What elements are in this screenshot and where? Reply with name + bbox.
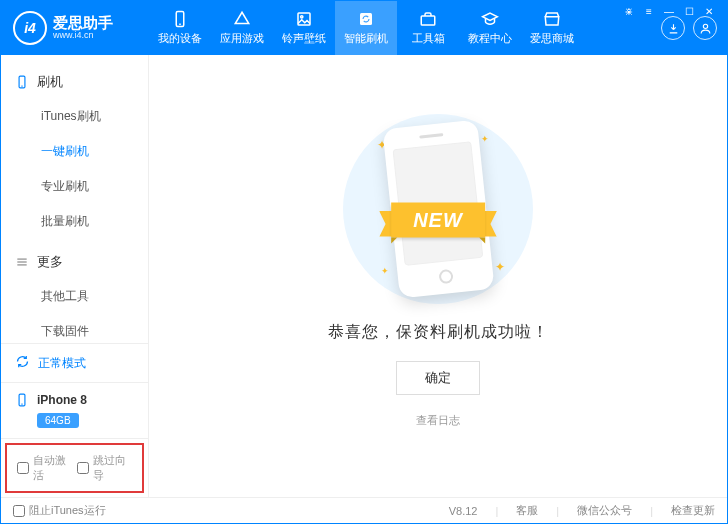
svg-rect-2	[298, 13, 310, 25]
account-button[interactable]	[693, 16, 717, 40]
phone-icon	[15, 393, 29, 407]
window-controls: ⛯ ≡ — ☐ ✕	[622, 4, 716, 18]
nav-ringtone-wallpaper[interactable]: 铃声壁纸	[273, 1, 335, 55]
nav-label: 爱思商城	[530, 31, 574, 46]
sync-icon	[357, 10, 375, 28]
user-icon	[699, 22, 712, 35]
refresh-icon	[15, 354, 30, 372]
nav-label: 智能刷机	[344, 31, 388, 46]
nav-label: 工具箱	[412, 31, 445, 46]
nav-label: 铃声壁纸	[282, 31, 326, 46]
ribbon-text: NEW	[391, 203, 485, 238]
auto-activate-input[interactable]	[17, 462, 29, 474]
nav-app-games[interactable]: 应用游戏	[211, 1, 273, 55]
app-subtitle: www.i4.cn	[53, 31, 113, 41]
success-message: 恭喜您，保资料刷机成功啦！	[328, 322, 549, 343]
success-illustration: ✦ ✦ ✦ ✦ NEW	[343, 114, 533, 304]
svg-point-6	[703, 24, 707, 28]
toolbox-icon	[419, 10, 437, 28]
download-icon	[667, 22, 680, 35]
app-body: 刷机 iTunes刷机 一键刷机 专业刷机 批量刷机 更多 其他工具 下载固件 …	[1, 55, 727, 497]
sparkle-icon: ✦	[481, 134, 489, 144]
window-maximize-icon[interactable]: ☐	[682, 4, 696, 18]
auto-activate-label: 自动激活	[33, 453, 73, 483]
store-icon	[543, 10, 561, 28]
sidebar-group-flash[interactable]: 刷机	[1, 65, 148, 99]
nav-tutorials[interactable]: 教程中心	[459, 1, 521, 55]
app-header: ⛯ ≡ — ☐ ✕ i4 爱思助手 www.i4.cn 我的设备 应用游戏	[1, 1, 727, 55]
menu-icon	[15, 255, 29, 269]
status-bar: 阻止iTunes运行 V8.12 | 客服 | 微信公众号 | 检查更新	[1, 497, 727, 523]
graduation-icon	[481, 10, 499, 28]
block-itunes-checkbox[interactable]: 阻止iTunes运行	[13, 503, 106, 518]
wechat-link[interactable]: 微信公众号	[577, 503, 632, 518]
nav-toolbox[interactable]: 工具箱	[397, 1, 459, 55]
device-info[interactable]: iPhone 8 64GB	[1, 383, 148, 439]
flash-options-highlighted: 自动激活 跳过向导	[5, 443, 144, 493]
sidebar-item-itunes-flash[interactable]: iTunes刷机	[1, 99, 148, 134]
device-mode[interactable]: 正常模式	[1, 344, 148, 383]
auto-activate-checkbox[interactable]: 自动激活	[17, 453, 73, 483]
window-settings-icon[interactable]: ⛯	[622, 4, 636, 18]
block-itunes-input[interactable]	[13, 505, 25, 517]
nav-my-device[interactable]: 我的设备	[149, 1, 211, 55]
svg-rect-5	[421, 16, 435, 25]
sidebar-item-one-key-flash[interactable]: 一键刷机	[1, 134, 148, 169]
window-minimize-icon[interactable]: —	[662, 4, 676, 18]
version-label: V8.12	[449, 505, 478, 517]
skip-guide-checkbox[interactable]: 跳过向导	[77, 453, 133, 483]
app-title: 爱思助手	[53, 15, 113, 32]
sidebar-item-other-tools[interactable]: 其他工具	[1, 279, 148, 314]
sidebar-group-label: 刷机	[37, 73, 63, 91]
sidebar-item-download-fw[interactable]: 下载固件	[1, 314, 148, 343]
nav-label: 应用游戏	[220, 31, 264, 46]
header-right	[661, 16, 727, 40]
window-close-icon[interactable]: ✕	[702, 4, 716, 18]
svg-point-3	[301, 16, 303, 18]
device-storage-badge: 64GB	[37, 413, 79, 428]
view-log-link[interactable]: 查看日志	[416, 413, 460, 428]
sidebar: 刷机 iTunes刷机 一键刷机 专业刷机 批量刷机 更多 其他工具 下载固件 …	[1, 55, 149, 497]
confirm-button[interactable]: 确定	[396, 361, 480, 395]
sidebar-group-label: 更多	[37, 253, 63, 271]
check-update-link[interactable]: 检查更新	[671, 503, 715, 518]
support-link[interactable]: 客服	[516, 503, 538, 518]
nav-label: 我的设备	[158, 31, 202, 46]
phone-icon	[171, 10, 189, 28]
sparkle-icon: ✦	[495, 260, 505, 274]
download-button[interactable]	[661, 16, 685, 40]
nav-smart-flash[interactable]: 智能刷机	[335, 1, 397, 55]
logo-badge-icon: i4	[13, 11, 47, 45]
device-mode-label: 正常模式	[38, 355, 86, 372]
phone-icon	[15, 75, 29, 89]
nav-label: 教程中心	[468, 31, 512, 46]
svg-rect-4	[360, 13, 372, 25]
top-nav: 我的设备 应用游戏 铃声壁纸 智能刷机 工具箱 教程中心	[149, 1, 583, 55]
window-menu-icon[interactable]: ≡	[642, 4, 656, 18]
nav-store[interactable]: 爱思商城	[521, 1, 583, 55]
sidebar-item-batch-flash[interactable]: 批量刷机	[1, 204, 148, 239]
sparkle-icon: ✦	[381, 266, 389, 276]
app-logo[interactable]: i4 爱思助手 www.i4.cn	[1, 11, 149, 45]
skip-guide-label: 跳过向导	[93, 453, 133, 483]
new-ribbon: NEW	[391, 203, 485, 238]
sidebar-group-more[interactable]: 更多	[1, 245, 148, 279]
block-itunes-label: 阻止iTunes运行	[29, 503, 106, 518]
main-panel: ✦ ✦ ✦ ✦ NEW 恭喜您，保资料刷机成功啦！ 确定	[149, 55, 727, 497]
image-icon	[295, 10, 313, 28]
sidebar-item-pro-flash[interactable]: 专业刷机	[1, 169, 148, 204]
apps-icon	[233, 10, 251, 28]
device-name: iPhone 8	[37, 393, 87, 407]
skip-guide-input[interactable]	[77, 462, 89, 474]
